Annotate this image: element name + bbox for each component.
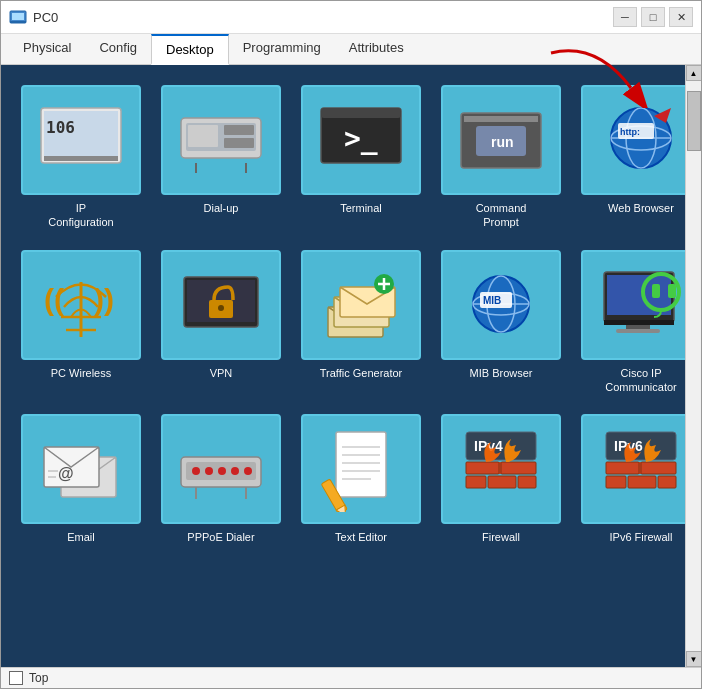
icon-label-firewall: Firewall xyxy=(482,530,520,544)
icon-label-pppoe-dialer: PPPoE Dialer xyxy=(187,530,254,544)
tab-programming[interactable]: Programming xyxy=(229,34,335,65)
icon-box-email[interactable]: @ xyxy=(21,414,141,524)
status-bar: Top xyxy=(1,667,701,688)
icon-label-ip-config: IPConfiguration xyxy=(48,201,113,230)
icon-cell-cisco-ip-comm[interactable]: Cisco IPCommunicator xyxy=(576,245,685,400)
icon-cell-traffic-gen[interactable]: Traffic Generator xyxy=(296,245,426,400)
scroll-thumb[interactable] xyxy=(687,91,701,151)
window-title: PC0 xyxy=(33,10,58,25)
svg-point-65 xyxy=(205,467,213,475)
icon-label-mib-browser: MIB Browser xyxy=(470,366,533,380)
icon-box-ip-config[interactable]: 106 xyxy=(21,85,141,195)
svg-text:http:: http: xyxy=(620,127,640,137)
icon-cell-firewall[interactable]: IPv4 Firewall xyxy=(436,409,566,549)
icon-cell-mib-browser[interactable]: MIB MIB Browser xyxy=(436,245,566,400)
icon-cell-ipv6-firewall[interactable]: IPv6 IPv6 Firewa xyxy=(576,409,685,549)
svg-text:>_: >_ xyxy=(344,122,378,155)
icon-label-terminal: Terminal xyxy=(340,201,382,215)
svg-rect-94 xyxy=(658,476,676,488)
icon-box-dialup[interactable] xyxy=(161,85,281,195)
icon-label-email: Email xyxy=(67,530,95,544)
svg-rect-53 xyxy=(652,284,660,298)
icon-label-dialup: Dial-up xyxy=(204,201,239,215)
icon-label-vpn: VPN xyxy=(210,366,233,380)
tab-attributes[interactable]: Attributes xyxy=(335,34,418,65)
icon-cell-web-browser[interactable]: http: Web Browser xyxy=(576,80,685,235)
window-icon xyxy=(9,8,27,26)
icon-box-vpn[interactable] xyxy=(161,250,281,360)
close-button[interactable]: ✕ xyxy=(669,7,693,27)
icon-cell-dialup[interactable]: Dial-up xyxy=(156,80,286,235)
icon-box-text-editor[interactable] xyxy=(301,414,421,524)
svg-rect-7 xyxy=(44,156,118,161)
icon-cell-text-editor[interactable]: Text Editor xyxy=(296,409,426,549)
tab-physical[interactable]: Physical xyxy=(9,34,85,65)
tab-config[interactable]: Config xyxy=(85,34,151,65)
icon-box-terminal[interactable]: >_ xyxy=(301,85,421,195)
icon-box-cmd-prompt[interactable]: run xyxy=(441,85,561,195)
svg-point-66 xyxy=(218,467,226,475)
svg-rect-71 xyxy=(336,432,386,497)
svg-text:@: @ xyxy=(58,465,74,482)
icon-label-cisco-ip-comm: Cisco IPCommunicator xyxy=(605,366,677,395)
svg-rect-55 xyxy=(626,325,650,329)
icon-label-web-browser: Web Browser xyxy=(608,201,674,215)
svg-rect-82 xyxy=(466,462,499,474)
svg-text:run: run xyxy=(491,134,514,150)
icon-box-web-browser[interactable]: http: xyxy=(581,85,685,195)
svg-point-36 xyxy=(218,305,224,311)
svg-rect-16 xyxy=(321,108,401,118)
scroll-track[interactable] xyxy=(686,81,701,651)
icon-box-traffic-gen[interactable] xyxy=(301,250,421,360)
top-checkbox[interactable] xyxy=(9,671,23,685)
content-area: 106 IPConfiguration xyxy=(1,65,701,667)
vertical-scrollbar[interactable]: ▲ ▼ xyxy=(685,65,701,667)
svg-rect-10 xyxy=(188,125,218,147)
icon-label-text-editor: Text Editor xyxy=(335,530,387,544)
icon-cell-pc-wireless[interactable]: (( )) PC Wireless xyxy=(16,245,146,400)
svg-rect-93 xyxy=(628,476,656,488)
icon-box-firewall[interactable]: IPv4 xyxy=(441,414,561,524)
main-window: PC0 ─ □ ✕ Physical Config Desktop Progra… xyxy=(0,0,702,689)
minimize-button[interactable]: ─ xyxy=(613,7,637,27)
desktop-icon-grid: 106 IPConfiguration xyxy=(11,75,675,554)
icon-box-cisco-ip-comm[interactable] xyxy=(581,250,685,360)
svg-rect-86 xyxy=(518,476,536,488)
svg-point-64 xyxy=(192,467,200,475)
icon-label-ipv6-firewall: IPv6 Firewall xyxy=(610,530,673,544)
scroll-up-button[interactable]: ▲ xyxy=(686,65,702,81)
icon-box-ipv6-firewall[interactable]: IPv6 xyxy=(581,414,685,524)
icon-cell-terminal[interactable]: >_ Terminal xyxy=(296,80,426,235)
svg-rect-92 xyxy=(606,476,626,488)
svg-rect-11 xyxy=(224,125,254,135)
svg-rect-56 xyxy=(616,329,660,333)
icon-box-pppoe-dialer[interactable] xyxy=(161,414,281,524)
icon-cell-email[interactable]: @ Email xyxy=(16,409,146,549)
icon-cell-ip-config[interactable]: 106 IPConfiguration xyxy=(16,80,146,235)
svg-point-67 xyxy=(231,467,239,475)
svg-text:106: 106 xyxy=(46,118,75,137)
desktop-grid-container[interactable]: 106 IPConfiguration xyxy=(1,65,685,667)
svg-rect-90 xyxy=(606,462,639,474)
svg-rect-84 xyxy=(466,476,486,488)
icon-cell-vpn[interactable]: VPN xyxy=(156,245,286,400)
icon-box-mib-browser[interactable]: MIB xyxy=(441,250,561,360)
svg-rect-2 xyxy=(12,13,24,20)
maximize-button[interactable]: □ xyxy=(641,7,665,27)
svg-text:MIB: MIB xyxy=(483,295,501,306)
icon-cell-pppoe-dialer[interactable]: PPPoE Dialer xyxy=(156,409,286,549)
svg-rect-54 xyxy=(668,284,676,298)
svg-rect-3 xyxy=(10,21,26,23)
icon-label-traffic-gen: Traffic Generator xyxy=(320,366,403,380)
top-label: Top xyxy=(29,671,48,685)
svg-text:((: (( xyxy=(44,283,64,316)
title-bar: PC0 ─ □ ✕ xyxy=(1,1,701,34)
icon-box-pc-wireless[interactable]: (( )) xyxy=(21,250,141,360)
tab-bar: Physical Config Desktop Programming Attr… xyxy=(1,34,701,65)
icon-cell-cmd-prompt[interactable]: run CommandPrompt xyxy=(436,80,566,235)
tab-desktop[interactable]: Desktop xyxy=(151,34,229,65)
scroll-down-button[interactable]: ▼ xyxy=(686,651,702,667)
svg-rect-85 xyxy=(488,476,516,488)
svg-rect-83 xyxy=(501,462,536,474)
svg-point-68 xyxy=(244,467,252,475)
